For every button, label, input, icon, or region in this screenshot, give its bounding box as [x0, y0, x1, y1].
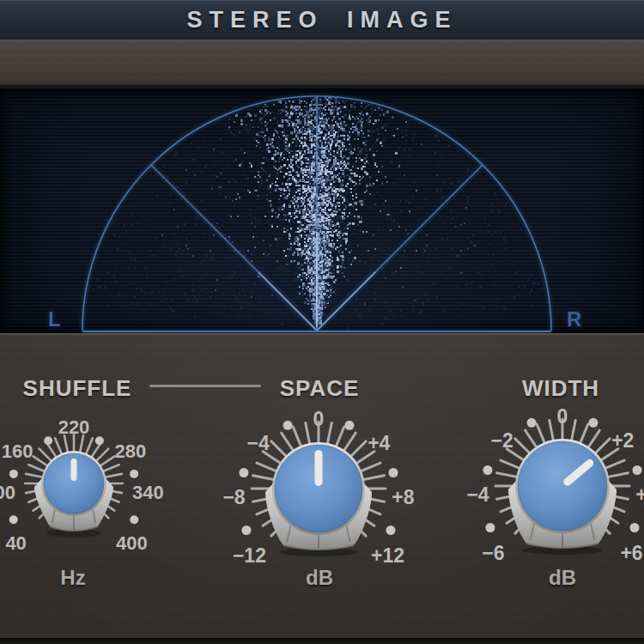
scale-label-+4: +4 [635, 483, 644, 506]
scale-label-40: 40 [5, 532, 26, 554]
title-bar: STEREO IMAGE [0, 0, 644, 39]
shuffle-knob-group: 40100160220280340400 [0, 416, 164, 555]
scale-label-−12: −12 [233, 544, 266, 567]
scale-label-220: 220 [58, 416, 90, 438]
space-unit-label: dB [306, 566, 333, 590]
scale-label-−6: −6 [482, 542, 504, 564]
scale-label-0: 0 [557, 405, 568, 428]
shuffle-unit-label: Hz [60, 566, 85, 590]
shuffle-knob-pointer [71, 459, 77, 481]
plugin-window: STEREO IMAGE L R SHUFFLE SPACE WIDTH 401… [0, 0, 644, 644]
left-channel-label: L [48, 307, 61, 331]
scale-label-+2: +2 [611, 429, 634, 452]
scale-label-+12: +12 [371, 544, 404, 567]
width-knob[interactable] [508, 439, 617, 555]
space-knob-pointer [315, 450, 323, 486]
scale-label-160: 160 [2, 440, 33, 462]
scale-label-100: 100 [0, 482, 15, 503]
width-unit-label: dB [549, 566, 576, 590]
scale-label-−2: −2 [491, 429, 513, 452]
scale-label-−4: −4 [247, 432, 270, 454]
scale-label-−8: −8 [222, 486, 245, 508]
right-channel-label: R [567, 307, 581, 331]
scale-label-+8: +8 [392, 486, 414, 508]
scale-label-340: 340 [132, 482, 164, 503]
goniometer-display: L R [0, 88, 644, 333]
goniometer-canvas [0, 88, 644, 333]
scale-label-280: 280 [114, 440, 146, 462]
width-knob-group: −6−4−20+2+4+6 [466, 405, 644, 564]
knob-controls: 40100160220280340400−12−8−40+4+8+12−6−4−… [0, 333, 644, 638]
bottom-chassis-edge [0, 638, 644, 644]
plugin-title: STEREO IMAGE [186, 7, 457, 33]
space-knob[interactable] [265, 442, 372, 556]
scale-label-+6: +6 [620, 542, 642, 564]
scale-label-0: 0 [313, 408, 325, 430]
scale-label-400: 400 [116, 532, 148, 554]
panel-strip [0, 39, 644, 88]
scale-label-−4: −4 [466, 483, 489, 506]
space-knob-group: −12−8−40+4+8+12 [222, 408, 414, 567]
scale-label-+4: +4 [368, 432, 390, 454]
